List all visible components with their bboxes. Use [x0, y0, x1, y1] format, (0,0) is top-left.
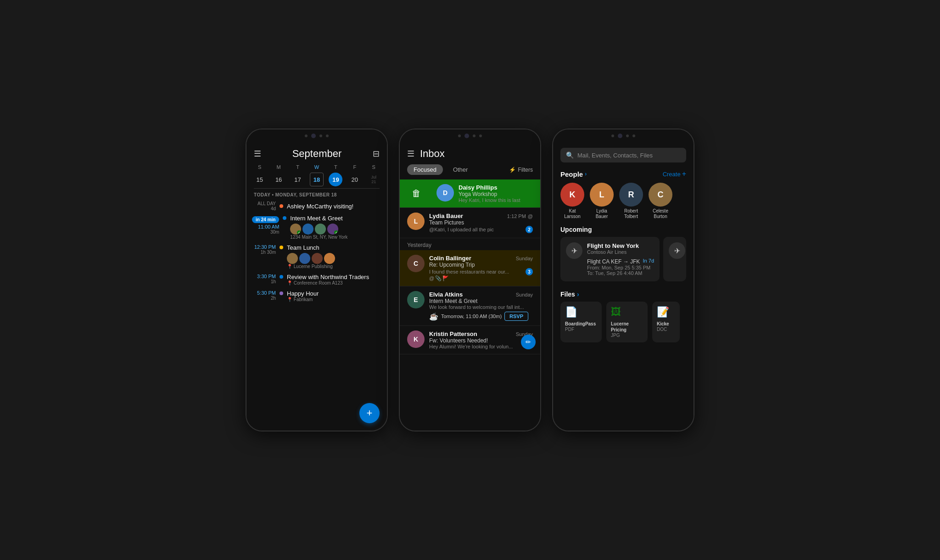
email-content-kristin: Kristin Patterson Sunday Fw: Volunteers …: [429, 330, 533, 349]
inbox-screen: ☰ Inbox Focused Other ⚡ Filters 🗑 D Dais…: [400, 142, 540, 431]
weekday-t1: T: [288, 163, 307, 171]
flight-icon-1: ✈: [566, 242, 582, 259]
cal-day-21[interactable]: Jul21: [367, 173, 380, 186]
person-celeste[interactable]: C CelesteBurton: [649, 183, 672, 219]
event-content-1: Intern Meet & Greet ✓ ✓ 1234 Main St, NY…: [290, 215, 381, 240]
flight-card-2[interactable]: ✈: [663, 237, 686, 281]
email-badge-lydia: 2: [526, 226, 533, 233]
email-name-elvia: Elvia Atkins: [429, 291, 463, 298]
file-type-boarding: PDF: [565, 327, 597, 332]
email-content-elvia: Elvia Atkins Sunday Intern Meet & Greet …: [429, 291, 533, 321]
email-item-elvia[interactable]: E Elvia Atkins Sunday Intern Meet & Gree…: [400, 286, 540, 326]
email-item-daisy[interactable]: 🗑 D Daisy Phillips Yoga Workshop Hey Kat…: [400, 179, 540, 208]
avatar-check-1: ✓: [297, 230, 301, 235]
email-name-lydia: Lydia Bauer: [429, 213, 463, 219]
event-content-2: Team Lunch 📍 Lucerne Publishing: [287, 244, 381, 269]
inbox-filters[interactable]: ⚡ Filters: [509, 167, 533, 173]
inbox-header: ☰ Inbox: [400, 142, 540, 164]
file-icon-kick: 📝: [657, 306, 675, 318]
filters-label: Filters: [518, 167, 533, 173]
email-preview-lydia: @Katri, I uploaded all the pic: [429, 227, 494, 232]
inbox-menu-icon[interactable]: ☰: [407, 149, 414, 159]
flight-route-1: Flight CA KEF → JFK: [587, 258, 640, 265]
view-toggle-icon[interactable]: ⊟: [373, 149, 380, 159]
email-content-colin: Colin Ballinger Sunday Re: Upcoming Trip…: [429, 255, 533, 281]
search-bar[interactable]: 🔍 Mail, Events, Contacts, Files: [560, 148, 686, 162]
avatar-elvia: E: [407, 291, 425, 308]
cal-day-19[interactable]: 19: [329, 173, 342, 186]
email-badge-colin: 3: [526, 268, 533, 275]
dot-9: [632, 134, 635, 137]
person-robert[interactable]: R RobertTolbert: [619, 183, 643, 219]
event-time-1: in 24 min 11:00 AM 30m: [252, 215, 279, 235]
menu-icon[interactable]: ☰: [254, 149, 261, 159]
avatar-colin: C: [407, 255, 425, 272]
file-card-boarding[interactable]: 📄 BoardingPass PDF: [560, 302, 602, 342]
dot-5: [473, 134, 476, 137]
flight-airline-1: Contoso Air Lines: [587, 249, 654, 255]
phone-top-bar-3: [553, 129, 694, 142]
event-dot-4: [280, 291, 283, 295]
event-dot-2: [280, 246, 283, 249]
avatar-8: [324, 253, 335, 264]
rsvp-button[interactable]: RSVP: [504, 312, 528, 321]
filters-lightning-icon: ⚡: [509, 167, 516, 173]
people-arrow[interactable]: ›: [585, 171, 587, 177]
weekday-s2: S: [364, 163, 383, 171]
people-section-header: People › Create +: [553, 168, 694, 183]
event-content-4: Happy Hour 📍 Fabrikam: [287, 290, 381, 302]
upcoming-label: Upcoming: [560, 226, 686, 233]
flag-icon: 🚩: [442, 275, 449, 281]
flight-card-1[interactable]: ✈ Flight to New York Contoso Air Lines F…: [560, 237, 660, 281]
flights-row: ✈ Flight to New York Contoso Air Lines F…: [560, 237, 686, 285]
email-preview-colin: I found these restaurants near our...: [429, 269, 509, 274]
cal-day-18[interactable]: 18: [310, 173, 324, 186]
flight-to-1: To: Tue, Sep 26 4:40 AM: [587, 270, 654, 276]
email-content-daisy: Daisy Phillips Yoga Workshop Hey Katri, …: [459, 184, 533, 203]
calendar-divider: [254, 188, 380, 189]
phone-top-bar-1: [246, 129, 387, 142]
flight-badge-1: In 7d: [643, 258, 654, 263]
email-time-colin: Sunday: [516, 256, 533, 261]
files-label: Files ›: [560, 291, 686, 298]
email-subject-kristin: Fw: Volunteers Needed!: [429, 337, 533, 344]
files-arrow[interactable]: ›: [577, 291, 579, 298]
edit-fab-kristin[interactable]: ✏: [521, 335, 536, 349]
calendar-days: 15 16 17 18 19 20 Jul21: [246, 173, 387, 186]
tab-focused[interactable]: Focused: [407, 164, 443, 175]
phone-calendar: ☰ September ⊟ S M T W T F S 15 16 17 18 …: [246, 129, 388, 431]
cal-day-17[interactable]: 17: [291, 173, 305, 186]
person-name-robert: RobertTolbert: [624, 208, 638, 219]
person-lydia[interactable]: L LydiaBauer: [590, 183, 614, 219]
at-icon: @: [429, 275, 434, 281]
add-event-fab[interactable]: +: [359, 403, 380, 423]
cal-day-15[interactable]: 15: [253, 173, 267, 186]
tab-other[interactable]: Other: [447, 164, 475, 175]
dot-3: [326, 134, 329, 137]
avatar-4: ✓: [327, 224, 338, 235]
email-icons-colin: @ 📎 🚩: [429, 275, 533, 281]
file-name-kick: Kicke: [657, 321, 675, 327]
event-time-2: 12:30 PM 1h 30m: [252, 244, 276, 255]
email-name-colin: Colin Ballinger: [429, 255, 471, 262]
file-icon-lucerne: 🖼: [611, 306, 643, 318]
avatar-7: [312, 253, 323, 264]
person-kat[interactable]: K KatLarsson: [560, 183, 584, 219]
email-item-kristin[interactable]: K Kristin Patterson Sunday Fw: Volunteer…: [400, 326, 540, 354]
phone-search: 🔍 Mail, Events, Contacts, Files People ›…: [552, 129, 694, 431]
avatar-celeste: C: [649, 183, 672, 207]
weekday-m: M: [269, 163, 288, 171]
calendar-events: ALL DAY 4d Ashley McCarthy visiting! in …: [246, 201, 387, 431]
email-item-lydia[interactable]: L Lydia Bauer 1:12 PM @ Team Pictures @K…: [400, 208, 540, 238]
file-card-kick[interactable]: 📝 Kicke DOC: [652, 302, 680, 342]
cal-day-16[interactable]: 16: [272, 173, 285, 186]
create-button[interactable]: Create +: [663, 170, 686, 178]
file-card-lucerne[interactable]: 🖼 Lucerne Pricing JPG: [606, 302, 648, 342]
file-type-kick: DOC: [657, 327, 675, 332]
meeting-time-text: Tomorrow, 11:00 AM (30m): [441, 314, 502, 319]
email-subject-daisy: Yoga Workshop: [459, 191, 533, 197]
email-item-colin[interactable]: C Colin Ballinger Sunday Re: Upcoming Tr…: [400, 250, 540, 286]
event-time-3: 3:30 PM 1h: [252, 274, 276, 284]
cal-day-20[interactable]: 20: [348, 173, 362, 186]
email-time-elvia: Sunday: [516, 292, 533, 297]
